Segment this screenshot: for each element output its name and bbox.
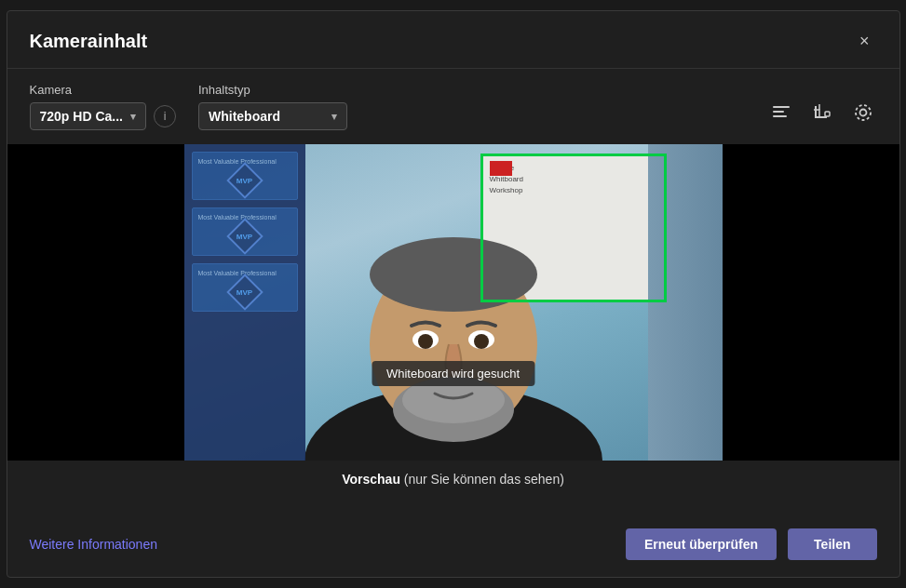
right-icons-group — [767, 82, 877, 131]
dialog-header: Kamerainhalt × — [7, 11, 899, 69]
close-button[interactable]: × — [852, 28, 877, 55]
content-type-select[interactable]: Whiteboard ▾ — [198, 102, 347, 130]
review-button[interactable]: Erneut überprüfen — [626, 528, 777, 560]
camera-chevron-icon: ▾ — [130, 111, 136, 123]
preview-bold: Vorschau — [342, 472, 400, 487]
camera-control-group: Kamera 720p HD Ca... ▾ i — [30, 83, 176, 130]
video-preview-area: Most Valuable Professional MVP Most Valu… — [7, 144, 899, 461]
camera-select-wrapper: 720p HD Ca... ▾ i — [30, 102, 176, 130]
camera-selected-value: 720p HD Ca... — [40, 109, 123, 124]
crop-icon — [812, 106, 832, 127]
share-button[interactable]: Teilen — [788, 528, 876, 560]
svg-rect-1 — [773, 111, 784, 113]
video-black-right — [723, 144, 899, 461]
svg-point-16 — [474, 334, 489, 349]
camera-info-button[interactable]: i — [154, 105, 176, 127]
status-badge: Whiteboard wird gesucht — [372, 361, 534, 386]
preview-text: Vorschau (nur Sie können das sehen) — [7, 461, 899, 498]
layout-icon-button[interactable] — [767, 99, 795, 131]
camera-select[interactable]: 720p HD Ca... ▾ — [30, 102, 146, 130]
preview-rest: (nur Sie können das sehen) — [400, 472, 564, 487]
info-link-button[interactable]: Weitere Informationen — [30, 537, 157, 552]
controls-row: Kamera 720p HD Ca... ▾ i Inhaltstyp Whit… — [7, 69, 899, 144]
kamerainhalt-dialog: Kamerainhalt × Kamera 720p HD Ca... ▾ i … — [7, 10, 900, 578]
layout-icon — [771, 106, 791, 127]
svg-rect-2 — [773, 115, 787, 117]
svg-rect-0 — [773, 106, 790, 108]
svg-rect-3 — [825, 112, 830, 116]
svg-point-5 — [856, 105, 871, 120]
crop-icon-button[interactable] — [808, 99, 836, 131]
dialog-title: Kamerainhalt — [30, 31, 148, 52]
settings-icon — [853, 106, 873, 127]
content-type-chevron-icon: ▾ — [331, 111, 337, 123]
content-type-selected-value: Whiteboard — [209, 109, 280, 124]
footer-buttons: Erneut überprüfen Teilen — [626, 528, 877, 560]
svg-point-15 — [418, 334, 433, 349]
whiteboard-detection-box — [480, 154, 667, 302]
video-content: Most Valuable Professional MVP Most Valu… — [184, 144, 723, 461]
info-icon: i — [164, 110, 167, 123]
dialog-footer: Weitere Informationen Erneut überprüfen … — [7, 515, 899, 577]
camera-label: Kamera — [30, 83, 176, 97]
svg-point-4 — [859, 110, 866, 116]
content-type-label: Inhaltstyp — [198, 83, 347, 97]
settings-icon-button[interactable] — [849, 99, 877, 131]
video-black-left — [7, 144, 184, 461]
content-type-control-group: Inhaltstyp Whiteboard ▾ — [198, 83, 347, 130]
